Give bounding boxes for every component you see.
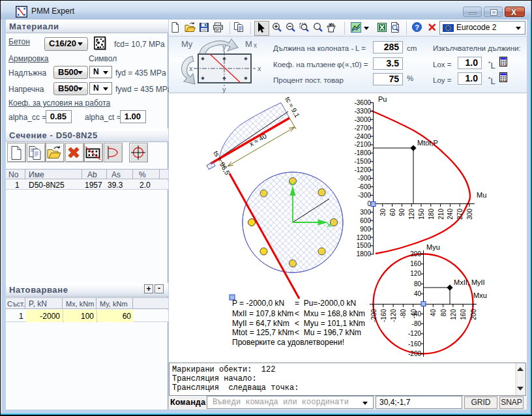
svg-text:= Pu=-2000,0 kN: = Pu=-2000,0 kN	[295, 299, 356, 308]
svg-text:x: x	[258, 65, 261, 72]
svg-text:Pu: Pu	[378, 95, 387, 103]
svg-text:< Myu = 101,1 kNm: < Myu = 101,1 kNm	[295, 319, 365, 328]
svg-text:MyII = 64,7 kNm: MyII = 64,7 kNm	[232, 319, 289, 328]
svg-text:-3300: -3300	[354, 108, 371, 115]
svg-text:x: x	[254, 42, 257, 49]
svg-text:200: 200	[470, 309, 477, 320]
svg-text:150: 150	[418, 209, 425, 220]
svg-text:-2400: -2400	[354, 133, 371, 140]
svg-text:1200: 1200	[357, 234, 372, 241]
svg-text:-3000: -3000	[354, 116, 371, 123]
svg-text:-2100: -2100	[354, 141, 371, 148]
svg-text:MxII, MyII: MxII, MyII	[454, 278, 485, 286]
svg-text:y: y	[222, 43, 226, 51]
svg-text:< Mu = 196,7 kNm: < Mu = 196,7 kNm	[295, 328, 361, 337]
svg-text:-300: -300	[358, 192, 371, 199]
svg-text:900: 900	[360, 226, 371, 233]
svg-text:Mtot,P: Mtot,P	[417, 139, 438, 147]
svg-text:160: 160	[460, 309, 467, 320]
svg-text:P = -2000,0 kN: P = -2000,0 kN	[232, 299, 284, 308]
svg-text:1800: 1800	[357, 250, 372, 258]
svg-text:1500: 1500	[357, 242, 372, 249]
svg-text:30: 30	[379, 209, 387, 216]
svg-text:-2700: -2700	[354, 125, 371, 132]
svg-text:-1800: -1800	[354, 149, 371, 156]
svg-text:-900: -900	[358, 175, 371, 182]
svg-text:120: 120	[450, 309, 457, 320]
svg-text:240: 240	[447, 209, 454, 220]
svg-text:?: ?	[415, 23, 419, 31]
svg-text:Mtot = 125,7 kNm: Mtot = 125,7 kNm	[232, 328, 294, 337]
svg-text:x: x	[189, 65, 193, 72]
svg-text:-1200: -1200	[354, 166, 371, 173]
svg-text:-120: -120	[390, 309, 397, 322]
svg-text:40: 40	[430, 309, 437, 317]
svg-text:-600: -600	[358, 183, 371, 190]
svg-text:210: 210	[437, 209, 445, 220]
svg-text:-40: -40	[410, 309, 417, 319]
svg-text:My: My	[181, 39, 193, 49]
svg-text:300: 300	[466, 209, 473, 220]
svg-text:-80: -80	[400, 309, 407, 319]
svg-text:-80: -80	[412, 320, 422, 327]
svg-text:-200: -200	[370, 309, 377, 322]
svg-text:M: M	[245, 39, 252, 49]
svg-text:270: 270	[456, 209, 464, 220]
svg-text:Mu: Mu	[477, 191, 486, 199]
svg-text:-3600: -3600	[354, 99, 371, 106]
svg-text:MxII = 107,8 kNm: MxII = 107,8 kNm	[232, 309, 293, 318]
svg-text:80: 80	[440, 309, 447, 317]
svg-text:180: 180	[428, 209, 435, 220]
svg-text:-120: -120	[408, 330, 421, 337]
svg-text:120: 120	[408, 209, 415, 220]
svg-text:300: 300	[360, 209, 371, 216]
svg-text:Mxu: Mxu	[473, 291, 487, 299]
svg-text:-1500: -1500	[354, 158, 371, 165]
svg-text:90: 90	[398, 209, 406, 216]
svg-text:y: y	[222, 85, 226, 93]
svg-text:-160: -160	[408, 340, 421, 348]
svg-text:600: 600	[360, 217, 371, 224]
svg-text:80: 80	[414, 280, 422, 288]
svg-text:Myu: Myu	[426, 243, 440, 251]
svg-text:40: 40	[414, 290, 422, 297]
svg-text:< Mxu = 168,8 kNm: < Mxu = 168,8 kNm	[295, 309, 365, 318]
svg-text:-200: -200	[408, 350, 421, 357]
svg-text:200: 200	[410, 250, 421, 258]
svg-text:120: 120	[410, 270, 421, 277]
svg-text:-160: -160	[380, 309, 387, 322]
svg-text:Проверките са удовлетворени!: Проверките са удовлетворени!	[232, 338, 344, 347]
svg-text:60: 60	[389, 209, 396, 216]
svg-text:160: 160	[410, 260, 421, 267]
